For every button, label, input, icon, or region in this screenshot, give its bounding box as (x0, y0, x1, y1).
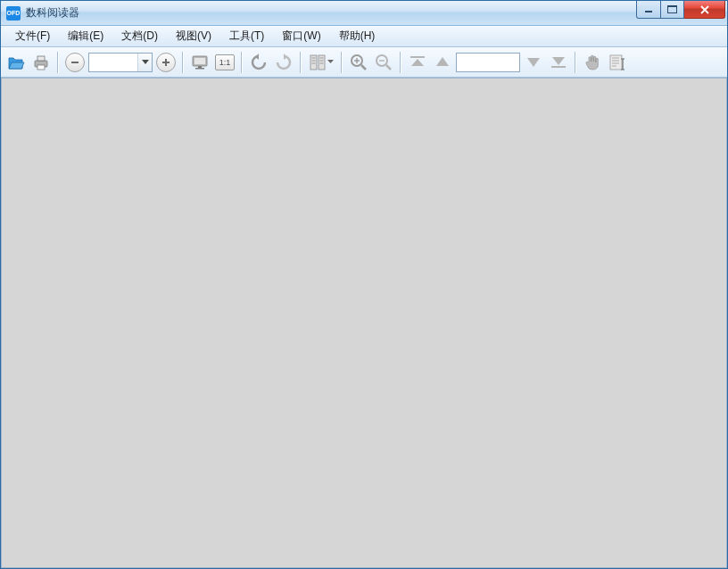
zoom-out-button[interactable] (63, 51, 87, 74)
zoom-in-button[interactable] (154, 51, 178, 74)
zoom-input[interactable] (89, 56, 137, 69)
magnifier-plus-icon (350, 54, 368, 71)
hand-tool-button[interactable] (581, 51, 604, 74)
magnify-out-button[interactable] (372, 51, 395, 74)
app-window: OFD 数科阅读器 文件(F) 编辑(E) 文档(D) 视图(V) 工具(T) … (0, 0, 728, 569)
arrow-down-icon (525, 56, 542, 69)
first-page-button[interactable] (406, 51, 429, 74)
close-icon (699, 5, 710, 14)
svg-rect-8 (165, 59, 167, 66)
svg-rect-2 (667, 5, 677, 7)
separator (341, 52, 343, 73)
prev-page-button[interactable] (431, 51, 454, 74)
separator (300, 52, 302, 73)
svg-rect-30 (610, 55, 622, 70)
actual-size-label: 1:1 (215, 54, 235, 70)
page-number-input[interactable] (457, 54, 519, 71)
svg-rect-12 (195, 68, 204, 70)
window-title: 数科阅读器 (26, 5, 727, 21)
title-bar: OFD 数科阅读器 (1, 1, 727, 26)
chevron-down-icon (142, 60, 149, 65)
rotate-left-button[interactable] (247, 51, 270, 74)
menu-view[interactable]: 视图(V) (167, 26, 220, 46)
svg-line-22 (361, 65, 366, 70)
fit-width-icon (191, 54, 209, 70)
separator (400, 52, 401, 73)
page-input-container (456, 53, 520, 72)
last-page-button[interactable] (547, 51, 570, 74)
rotate-ccw-icon (250, 54, 268, 71)
menu-edit[interactable]: 编辑(E) (59, 26, 112, 46)
menu-help[interactable]: 帮助(H) (330, 26, 385, 46)
app-icon-label: OFD (7, 10, 21, 16)
svg-line-26 (386, 65, 391, 70)
menu-tools[interactable]: 工具(T) (220, 26, 273, 46)
chevron-down-icon (327, 60, 334, 64)
svg-rect-14 (318, 55, 325, 70)
minus-icon (65, 53, 85, 72)
rotate-cw-icon (275, 54, 293, 71)
separator (57, 52, 59, 73)
svg-rect-28 (410, 56, 425, 58)
svg-rect-29 (551, 66, 566, 68)
minimize-button[interactable] (636, 1, 661, 19)
actual-size-button[interactable]: 1:1 (213, 51, 236, 74)
print-button[interactable] (29, 51, 53, 74)
svg-rect-4 (37, 56, 45, 61)
svg-rect-0 (645, 11, 652, 12)
window-controls (636, 1, 725, 19)
svg-rect-10 (194, 58, 205, 64)
rotate-right-button[interactable] (272, 51, 295, 74)
separator (575, 52, 576, 73)
svg-rect-5 (37, 65, 45, 70)
svg-rect-11 (198, 66, 202, 68)
magnify-in-button[interactable] (347, 51, 370, 74)
separator (241, 52, 243, 73)
svg-rect-13 (310, 55, 317, 70)
open-button[interactable] (4, 51, 28, 74)
svg-rect-6 (71, 62, 79, 63)
magnifier-minus-icon (375, 54, 393, 71)
first-page-icon (410, 55, 426, 70)
maximize-button[interactable] (661, 1, 684, 19)
menu-document[interactable]: 文档(D) (112, 26, 167, 46)
select-text-button[interactable] (606, 51, 629, 74)
maximize-icon (667, 5, 677, 13)
separator (182, 52, 184, 73)
close-button[interactable] (684, 1, 725, 19)
fit-width-button[interactable] (188, 51, 211, 74)
page-layout-button[interactable] (306, 51, 336, 74)
toolbar: 1:1 (1, 47, 727, 78)
menu-file[interactable]: 文件(F) (6, 26, 59, 46)
folder-open-icon (7, 54, 25, 71)
menu-bar: 文件(F) 编辑(E) 文档(D) 视图(V) 工具(T) 窗口(W) 帮助(H… (1, 26, 727, 47)
document-area (1, 78, 727, 568)
app-icon: OFD (6, 6, 21, 21)
text-select-icon (609, 54, 625, 71)
page-layout-icon (310, 54, 326, 70)
printer-icon (32, 54, 50, 71)
arrow-up-icon (434, 56, 451, 69)
last-page-icon (550, 55, 567, 70)
zoom-combo[interactable] (88, 53, 153, 72)
plus-icon (156, 53, 176, 72)
minimize-icon (644, 5, 653, 14)
menu-window[interactable]: 窗口(W) (273, 26, 329, 46)
zoom-dropdown-button[interactable] (137, 54, 152, 71)
next-page-button[interactable] (522, 51, 545, 74)
hand-icon (584, 54, 600, 71)
